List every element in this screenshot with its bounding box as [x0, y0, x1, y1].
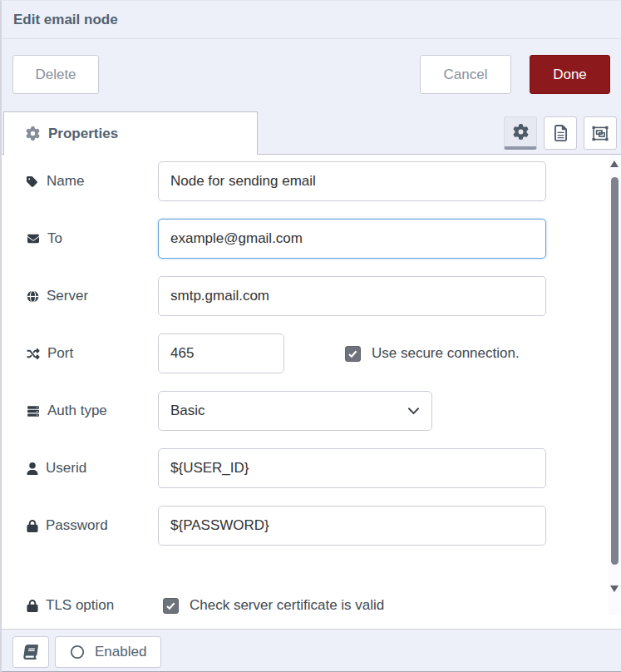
form-row-auth-type: Auth type Basic [27, 391, 621, 431]
dialog-footer: Enabled [2, 629, 621, 672]
scroll-up-arrow-icon[interactable] [610, 161, 619, 167]
tab-properties[interactable]: Properties [3, 111, 258, 155]
gear-icon [26, 126, 40, 141]
port-label: Port [27, 345, 158, 362]
done-button[interactable]: Done [530, 55, 610, 94]
shuffle-icon [27, 348, 40, 360]
scrollbar-thumb[interactable] [611, 177, 619, 565]
userid-label: Userid [27, 460, 158, 477]
dialog-header: Edit email node [2, 1, 621, 39]
node-enabled-toggle[interactable]: Enabled [55, 636, 161, 668]
form-row-to: To [27, 219, 621, 259]
form-row-server: Server [27, 276, 621, 316]
userid-input[interactable] [158, 448, 546, 488]
form-row-name: Name [27, 161, 621, 201]
gear-icon [513, 124, 529, 140]
port-input[interactable] [158, 334, 284, 373]
tag-icon [27, 175, 39, 188]
to-label: To [27, 230, 158, 247]
server-label: Server [27, 288, 158, 304]
auth-type-selected-value: Basic [170, 403, 205, 419]
server-input[interactable] [158, 276, 546, 316]
object-group-icon [591, 126, 609, 141]
file-lines-icon [554, 125, 568, 141]
edit-email-node-dialog: Edit email node Delete Cancel Done Prope… [0, 0, 621, 672]
cancel-button[interactable]: Cancel [420, 55, 511, 94]
globe-icon [27, 290, 39, 303]
tls-verify-checkbox[interactable] [163, 598, 179, 614]
properties-panel: Name To Server [2, 155, 621, 629]
form-row-password: Password [27, 506, 621, 546]
circle-outline-icon [70, 645, 85, 660]
lock-icon [27, 600, 38, 612]
secure-connection-checkbox[interactable] [345, 346, 361, 362]
envelope-icon [27, 233, 40, 245]
enabled-label: Enabled [95, 644, 146, 660]
secure-connection-label: Use secure connection. [372, 345, 520, 362]
book-icon [23, 645, 38, 660]
delete-button[interactable]: Delete [12, 55, 99, 94]
name-label: Name [27, 173, 158, 190]
lock-icon [27, 520, 38, 532]
user-icon [27, 462, 38, 475]
tls-option-label: TLS option [27, 597, 158, 614]
tab-properties-label: Properties [48, 126, 118, 142]
server-stack-icon [27, 405, 40, 418]
dialog-title: Edit email node [13, 12, 118, 28]
vertical-scrollbar[interactable] [609, 155, 621, 615]
form-row-port: Port Use secure connection. [27, 334, 621, 373]
tab-toolbar [504, 116, 617, 150]
form-row-userid: Userid [27, 448, 621, 488]
description-button[interactable] [544, 116, 577, 150]
password-label: Password [27, 517, 158, 534]
scroll-down-arrow-icon[interactable] [610, 586, 619, 592]
properties-form: Name To Server [2, 155, 621, 615]
auth-type-select[interactable]: Basic [158, 391, 432, 431]
name-input[interactable] [158, 161, 546, 201]
auth-type-label: Auth type [27, 403, 158, 419]
dialog-toolbar: Delete Cancel Done [2, 39, 621, 111]
chevron-down-icon [407, 407, 420, 415]
tab-bar: Properties [2, 111, 621, 155]
tls-verify-label: Check server certificate is valid [190, 597, 384, 614]
docs-button[interactable] [12, 636, 49, 668]
properties-gear-button[interactable] [504, 116, 537, 150]
password-input[interactable] [158, 506, 546, 546]
appearance-button[interactable] [584, 116, 617, 150]
form-row-tls-option: TLS option Check server certificate is v… [27, 586, 621, 615]
to-input[interactable] [158, 219, 546, 259]
